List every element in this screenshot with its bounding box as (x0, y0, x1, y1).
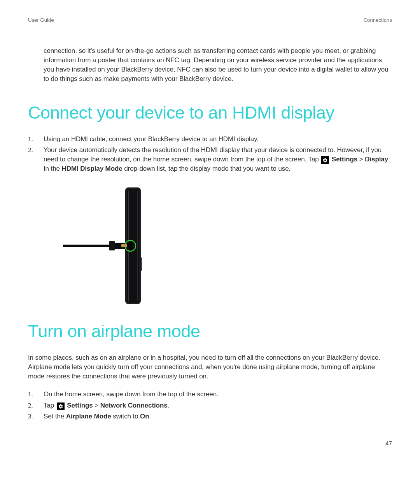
settings-label: Settings (332, 156, 357, 163)
step-text: Tap (44, 402, 56, 409)
svg-rect-9 (63, 245, 110, 247)
header-left: User Guide (28, 17, 54, 23)
heading-airplane: Turn on airplane mode (28, 321, 392, 341)
display-label: Display (365, 156, 388, 163)
hdmi-step-1: Using an HDMI cable, connect your BlackB… (28, 135, 392, 144)
airplane-steps-list: On the home screen, swipe down from the … (28, 390, 392, 421)
svg-rect-10 (141, 257, 142, 271)
heading-hdmi: Connect your device to an HDMI display (28, 103, 392, 123)
settings-gear-icon (321, 156, 329, 164)
network-connections-label: Network Connections (100, 402, 168, 409)
page-header: User Guide Connections (28, 17, 392, 23)
hdmi-step-2: Your device automatically detects the re… (28, 145, 392, 173)
settings-label: Settings (67, 402, 93, 409)
step-text: . (168, 402, 170, 409)
airplane-mode-label: Airplane Mode (66, 413, 111, 420)
page-number: 47 (385, 440, 392, 446)
svg-rect-3 (137, 191, 138, 301)
sep: > (357, 156, 365, 163)
settings-gear-icon (57, 402, 65, 410)
hdmi-display-mode-label: HDMI Display Mode (62, 165, 122, 172)
airplane-step-3: Set the Airplane Mode switch to On. (28, 412, 392, 421)
nfc-continuation-paragraph: connection, so it's useful for on-the-go… (44, 46, 392, 84)
hdmi-connection-figure (63, 185, 392, 306)
step-text: Your device automatically detects the re… (44, 146, 382, 163)
airplane-intro-paragraph: In some places, such as on an airplane o… (28, 353, 392, 381)
step-text: Set the (44, 413, 66, 420)
header-right: Connections (364, 17, 392, 23)
sep: > (93, 402, 100, 409)
step-text: drop-down list, tap the display mode tha… (122, 165, 291, 172)
svg-rect-7 (109, 241, 115, 250)
hdmi-steps-list: Using an HDMI cable, connect your BlackB… (28, 135, 392, 174)
airplane-step-2: Tap Settings > Network Connections. (28, 401, 392, 410)
svg-rect-8 (121, 244, 127, 247)
on-label: On (140, 413, 149, 420)
step-text: switch to (111, 413, 140, 420)
svg-rect-4 (128, 242, 132, 250)
step-text: . (149, 413, 151, 420)
airplane-step-1: On the home screen, swipe down from the … (28, 390, 392, 399)
